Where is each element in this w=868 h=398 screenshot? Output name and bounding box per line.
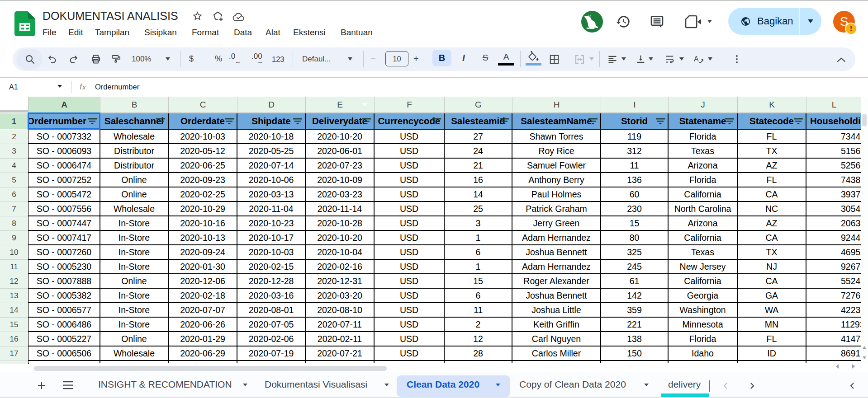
svg-text:A: A: [694, 55, 699, 63]
